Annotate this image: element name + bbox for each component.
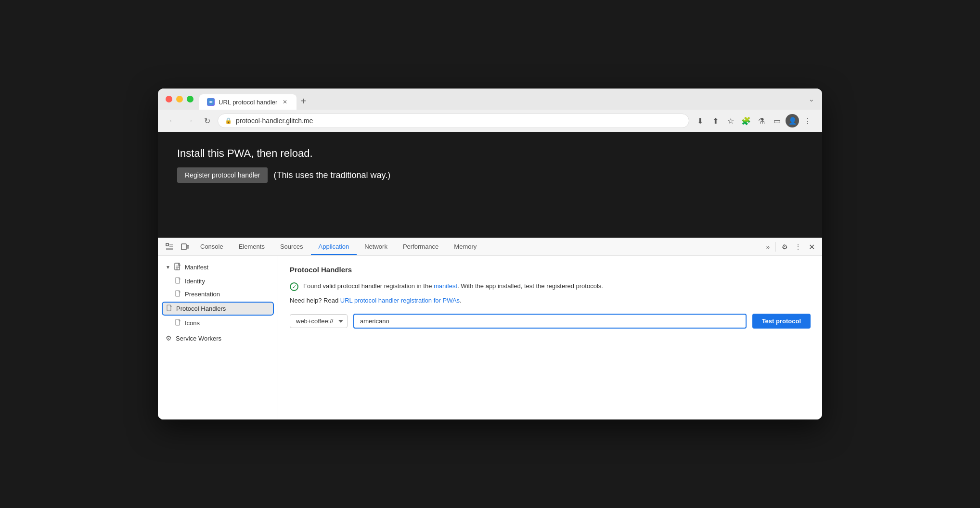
help-link[interactable]: URL protocol handler registration for PW… [340, 297, 460, 304]
identity-file-icon [175, 277, 181, 285]
tab-title: URL protocol handler [219, 99, 277, 106]
install-text: Install this PWA, then reload. [177, 147, 803, 160]
sidebar-item-service-workers[interactable]: ⚙ Service Workers [158, 331, 278, 345]
sidebar-item-protocol-handlers[interactable]: Protocol Handlers [162, 302, 274, 316]
svg-rect-1 [166, 243, 168, 246]
more-tabs-button[interactable]: » [762, 243, 774, 251]
status-suffix: . With the app installed, test the regis… [457, 282, 603, 290]
devtools-kebab-button[interactable]: ⋮ [791, 240, 805, 254]
account-icon[interactable]: 👤 [786, 114, 799, 127]
traffic-lights [166, 96, 193, 108]
icons-label: Icons [185, 319, 200, 327]
status-check-icon: ✓ [290, 282, 298, 291]
expand-manifest-icon: ▼ [166, 265, 170, 270]
svg-rect-3 [187, 245, 189, 248]
reload-button[interactable]: ↻ [200, 114, 214, 127]
tab-bar: URL protocol handler ✕ + [199, 94, 803, 110]
sidebar-item-presentation[interactable]: Presentation [158, 288, 278, 301]
page-area: Install this PWA, then reload. Register … [158, 132, 822, 238]
lock-icon: 🔒 [225, 117, 232, 124]
devtools-close-button[interactable]: ✕ [805, 240, 818, 254]
devtools-tabs: Console Elements Sources Application Net… [158, 238, 822, 256]
devtools-panel: Console Elements Sources Application Net… [158, 238, 822, 419]
status-text: Found valid protocol handler registratio… [303, 281, 603, 291]
browser-window: URL protocol handler ✕ + ⌄ ← → ↻ 🔒 proto… [158, 89, 822, 419]
help-row: Need help? Read URL protocol handler reg… [290, 297, 811, 304]
tab-sources[interactable]: Sources [272, 239, 311, 255]
manifest-label: Manifest [185, 264, 208, 271]
new-tab-button[interactable]: + [297, 96, 310, 110]
active-tab[interactable]: URL protocol handler ✕ [199, 94, 297, 110]
title-bar: URL protocol handler ✕ + ⌄ [158, 89, 822, 110]
device-toolbar-button[interactable] [177, 238, 193, 255]
tab-close-button[interactable]: ✕ [281, 98, 289, 106]
presentation-file-icon [175, 290, 181, 298]
register-protocol-button[interactable]: Register protocol handler [177, 167, 268, 183]
tab-console[interactable]: Console [193, 239, 231, 255]
panel-title: Protocol Handlers [290, 266, 811, 274]
presentation-label: Presentation [185, 291, 220, 298]
help-prefix: Need help? Read [290, 297, 340, 304]
identity-label: Identity [185, 278, 205, 285]
address-text: protocol-handler.glitch.me [236, 117, 313, 125]
test-protocol-button[interactable]: Test protocol [752, 314, 811, 329]
manifest-link[interactable]: manifest [434, 282, 457, 290]
tab-elements[interactable]: Elements [231, 239, 272, 255]
register-row: Register protocol handler (This uses the… [177, 167, 803, 183]
protocol-handlers-label: Protocol Handlers [176, 305, 226, 312]
sidebar-item-manifest[interactable]: ▼ Manifest [158, 260, 278, 275]
protocol-test-row: web+coffee:// Test protocol [290, 314, 811, 329]
protocol-input[interactable] [353, 314, 747, 329]
inspect-element-button[interactable] [162, 238, 177, 255]
tab-favicon-icon [207, 98, 215, 106]
tab-memory[interactable]: Memory [446, 239, 484, 255]
status-row: ✓ Found valid protocol handler registrat… [290, 281, 811, 291]
status-prefix: Found valid protocol handler registratio… [303, 282, 434, 290]
devtools-sidebar: ▼ Manifest Identity [158, 256, 278, 419]
tab-performance[interactable]: Performance [395, 239, 446, 255]
bookmark-icon[interactable]: ☆ [724, 114, 737, 127]
tab-dropdown-button[interactable]: ⌄ [809, 95, 814, 109]
toolbar-icons: ⬇ ⬆ ☆ 🧩 ⚗ ▭ 👤 ⋮ [693, 114, 814, 127]
back-button[interactable]: ← [166, 114, 179, 127]
labs-icon[interactable]: ⚗ [755, 114, 768, 127]
close-window-button[interactable] [166, 96, 172, 102]
manifest-file-icon [174, 263, 181, 272]
share-icon[interactable]: ⬆ [709, 114, 722, 127]
devtools-main-panel: Protocol Handlers ✓ Found valid protocol… [278, 256, 822, 419]
svg-rect-2 [181, 244, 186, 250]
split-view-icon[interactable]: ▭ [770, 114, 784, 127]
sidebar-item-icons[interactable]: Icons [158, 317, 278, 330]
tab-application[interactable]: Application [311, 239, 357, 255]
address-bar: ← → ↻ 🔒 protocol-handler.glitch.me ⬇ ⬆ ☆… [158, 110, 822, 132]
sidebar-item-identity[interactable]: Identity [158, 275, 278, 288]
address-input[interactable]: 🔒 protocol-handler.glitch.me [218, 114, 689, 128]
icons-file-icon [175, 319, 181, 327]
service-workers-gear-icon: ⚙ [166, 334, 172, 342]
protocol-handlers-file-icon [167, 305, 172, 313]
register-subtext: (This uses the traditional way.) [273, 170, 390, 180]
forward-button[interactable]: → [183, 114, 196, 127]
download-icon[interactable]: ⬇ [693, 114, 707, 127]
more-menu-icon[interactable]: ⋮ [801, 114, 814, 127]
main-content: Install this PWA, then reload. Register … [158, 132, 822, 419]
help-suffix: . [460, 297, 462, 304]
maximize-window-button[interactable] [187, 96, 193, 102]
minimize-window-button[interactable] [176, 96, 183, 102]
devtools-body: ▼ Manifest Identity [158, 256, 822, 419]
protocol-select[interactable]: web+coffee:// [290, 314, 348, 328]
tab-network[interactable]: Network [357, 239, 395, 255]
devtools-settings-button[interactable]: ⚙ [778, 240, 791, 254]
extensions-icon[interactable]: 🧩 [739, 114, 753, 127]
service-workers-label: Service Workers [176, 335, 221, 342]
manifest-group: ▼ Manifest Identity [158, 260, 278, 330]
